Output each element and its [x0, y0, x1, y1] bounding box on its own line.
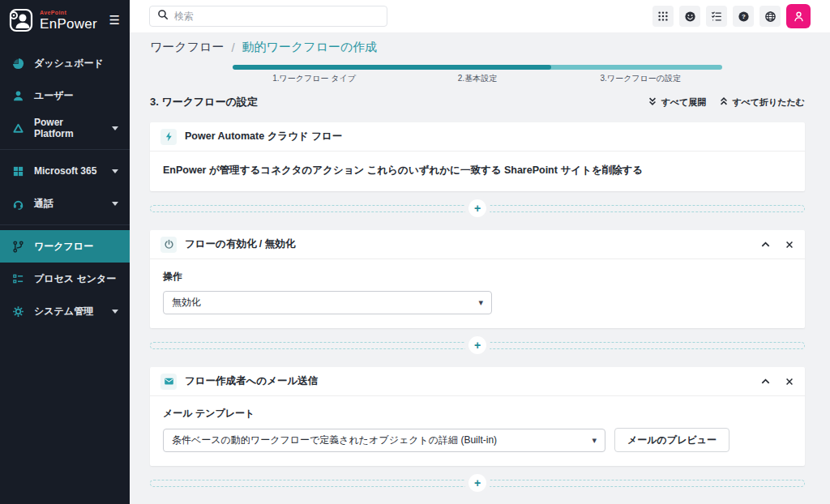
email-preview-button[interactable]: メールのプレビュー: [614, 428, 729, 452]
progress-step-labels: 1.ワークフロー タイプ 2.基本設定 3.ワークフローの設定: [233, 73, 722, 84]
step-label-3: 3.ワークフローの設定: [559, 73, 722, 84]
step-label-1: 1.ワークフロー タイプ: [233, 73, 396, 84]
sidebar-item-dashboard[interactable]: ダッシュボード: [0, 47, 130, 79]
step-card-trigger: Power Automate クラウド フロー EnPower が管理するコネク…: [150, 122, 805, 191]
process-list-icon: [11, 272, 24, 285]
sidebar-item-label: プロセス センター: [34, 272, 116, 286]
search-input[interactable]: [174, 11, 379, 22]
trigger-description: EnPower が管理するコネクタのアクション これらのいずれかに一致する Sh…: [163, 164, 643, 176]
sidebar-item-system-admin[interactable]: システム管理: [0, 295, 130, 327]
remove-card-icon[interactable]: [785, 240, 794, 250]
sidebar-divider: [0, 149, 130, 150]
operation-select-value: 無効化: [172, 296, 201, 310]
profile-avatar[interactable]: [786, 4, 811, 28]
double-chevron-down-icon: [648, 96, 657, 108]
tasklist-icon[interactable]: [706, 6, 727, 27]
sidebar-item-label: Microsoft 365: [34, 165, 96, 177]
globe-language-icon[interactable]: [759, 6, 781, 27]
main-area: ? ワークフロー / 動的ワークフローの作成: [130, 0, 830, 504]
breadcrumb-separator: /: [231, 41, 234, 54]
sidebar-item-workflow[interactable]: ワークフロー: [0, 230, 130, 263]
logo-row: AvePoint EnPower ☰: [0, 0, 130, 42]
add-step-connector: +: [150, 199, 805, 217]
app-window: AvePoint EnPower ☰ ダッシュボード ユーザー: [0, 0, 830, 504]
page-content: ワークフロー / 動的ワークフローの作成 1.ワークフロー タイプ 2.基本設定…: [130, 32, 830, 504]
breadcrumb: ワークフロー / 動的ワークフローの作成: [150, 40, 805, 55]
microsoft-365-icon: [11, 164, 24, 177]
plus-icon: +: [474, 339, 481, 352]
add-step-connector: +: [150, 474, 805, 492]
operation-select[interactable]: 無効化 ▾: [163, 291, 492, 314]
collapse-all-button[interactable]: すべて折りたたむ: [719, 96, 805, 109]
plus-icon: +: [474, 476, 481, 489]
step-card-flow-toggle: フローの有効化 / 無効化 操作 無効化 ▾: [150, 230, 805, 328]
add-step-connector: +: [150, 336, 805, 354]
collapse-all-label: すべて折りたたむ: [732, 96, 805, 109]
enpower-brand-label: EnPower: [40, 17, 97, 31]
card-header-actions: [760, 376, 794, 387]
sidebar-item-label: ワークフロー: [34, 240, 93, 254]
wizard-progress: 1.ワークフロー タイプ 2.基本設定 3.ワークフローの設定: [233, 65, 722, 84]
power-icon: [160, 237, 177, 253]
dropdown-caret-icon: ▾: [478, 297, 483, 308]
progress-fill: [233, 65, 551, 70]
step-label-2: 2.基本設定: [396, 73, 558, 84]
hamburger-menu-icon[interactable]: ☰: [109, 13, 120, 28]
collapse-card-icon[interactable]: [760, 376, 771, 387]
svg-text:?: ?: [742, 13, 746, 20]
power-platform-icon: [11, 122, 24, 135]
card-header: フローの有効化 / 無効化: [150, 230, 805, 259]
brand-text: AvePoint EnPower: [40, 10, 97, 31]
email-template-select[interactable]: 条件ベースの動的ワークフローで定義されたオブジェクトの詳細 (Built-in)…: [163, 429, 605, 452]
breadcrumb-current: 動的ワークフローの作成: [242, 40, 378, 55]
plus-icon: +: [474, 202, 481, 215]
dropdown-caret-icon: ▾: [592, 435, 597, 446]
apps-grid-icon[interactable]: [652, 6, 674, 27]
sidebar-divider: [0, 224, 130, 225]
sidebar-item-label: ダッシュボード: [34, 57, 104, 70]
remove-card-icon[interactable]: [785, 377, 794, 387]
expand-all-button[interactable]: すべて展開: [648, 96, 706, 109]
dashboard-pie-icon: [11, 57, 24, 70]
card-body: 操作 無効化 ▾: [150, 259, 805, 328]
add-step-button[interactable]: +: [468, 336, 486, 354]
sidebar-item-microsoft-365[interactable]: Microsoft 365: [0, 155, 130, 187]
help-icon[interactable]: ?: [733, 6, 754, 27]
sidebar-item-calls[interactable]: 通話: [0, 187, 130, 220]
operation-field-label: 操作: [163, 270, 792, 284]
workflow-branch-icon: [11, 240, 24, 253]
card-header: Power Automate クラウド フロー: [150, 122, 805, 152]
smiley-feedback-icon[interactable]: [679, 6, 700, 27]
sidebar-item-users[interactable]: ユーザー: [0, 79, 130, 112]
sidebar-item-process-center[interactable]: プロセス センター: [0, 263, 130, 295]
topbar: ?: [130, 0, 830, 32]
collapse-card-icon[interactable]: [760, 239, 771, 250]
sidebar-item-label: ユーザー: [34, 89, 74, 103]
add-step-button[interactable]: +: [468, 474, 486, 492]
search-box[interactable]: [149, 6, 387, 27]
card-title: フローの有効化 / 無効化: [185, 237, 295, 251]
topbar-icons: ?: [652, 4, 811, 28]
sidebar-item-label: 通話: [34, 197, 53, 211]
double-chevron-up-icon: [719, 96, 729, 108]
section-actions: すべて展開 すべて折りたたむ: [648, 96, 805, 109]
sidebar-item-label: Power Platform: [34, 117, 102, 139]
email-template-select-value: 条件ベースの動的ワークフローで定義されたオブジェクトの詳細 (Built-in): [172, 434, 497, 447]
search-icon: [157, 9, 169, 23]
sidebar: AvePoint EnPower ☰ ダッシュボード ユーザー: [0, 0, 130, 504]
headset-icon: [11, 197, 24, 210]
lightning-icon: [160, 129, 177, 145]
gear-icon: [11, 305, 24, 318]
sidebar-item-power-platform[interactable]: Power Platform: [0, 112, 130, 144]
section-header: 3. ワークフローの設定 すべて展開 すべて折りたたむ: [150, 95, 805, 109]
chevron-down-icon: [112, 126, 118, 130]
breadcrumb-parent-link[interactable]: ワークフロー: [150, 40, 224, 55]
card-title: Power Automate クラウド フロー: [185, 130, 342, 143]
add-step-button[interactable]: +: [468, 199, 486, 217]
card-body: メール テンプレート 条件ベースの動的ワークフローで定義されたオブジェクトの詳細…: [150, 396, 805, 466]
progress-bar: [233, 65, 722, 70]
chevron-down-icon: [112, 169, 118, 173]
section-title: 3. ワークフローの設定: [150, 95, 258, 109]
user-icon: [11, 89, 24, 102]
enpower-logo-icon: [8, 8, 34, 32]
